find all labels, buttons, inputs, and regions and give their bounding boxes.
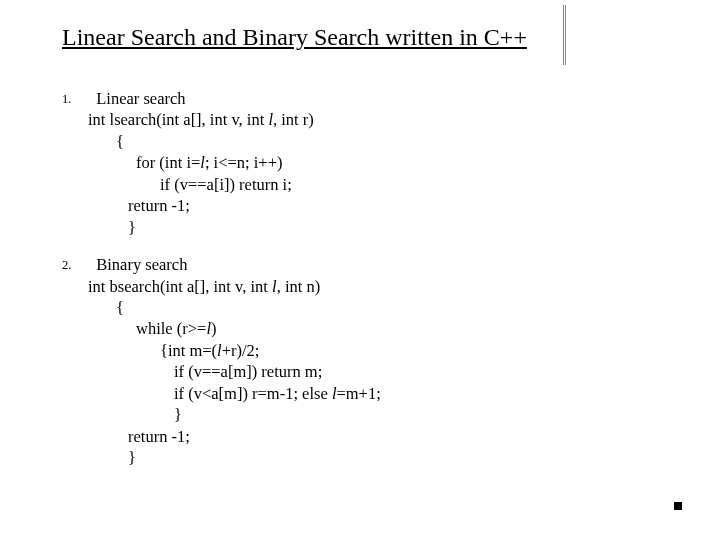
fn-signature: int lsearch(int a[], int v, int l, int r… — [88, 109, 690, 130]
list-item: 1. Linear search int lsearch(int a[], in… — [62, 88, 690, 238]
slide: Linear Search and Binary Search written … — [0, 0, 720, 540]
code-line: while (r>=l) — [136, 318, 690, 339]
brace-open: { — [116, 297, 690, 318]
list-number: 1. — [62, 88, 88, 107]
code-block-linear: Linear search int lsearch(int a[], int v… — [88, 88, 690, 238]
page-title: Linear Search and Binary Search written … — [62, 22, 660, 52]
code-line: for (int i=l; i<=n; i++) — [136, 152, 690, 173]
code-line: if (v<a[m]) r=m-1; else l=m+1; — [174, 383, 690, 404]
slide-marker-icon — [674, 502, 682, 510]
list-number: 2. — [62, 254, 88, 273]
body: 1. Linear search int lsearch(int a[], in… — [62, 88, 690, 484]
code-line: if (v==a[i]) return i; — [160, 174, 690, 195]
code-line: if (v==a[m]) return m; — [174, 361, 690, 382]
code-line: {int m=(l+r)/2; — [160, 340, 690, 361]
brace-close: } — [128, 217, 690, 238]
list-item: 2. Binary search int bsearch(int a[], in… — [62, 254, 690, 468]
brace-open: { — [116, 131, 690, 152]
heading: Binary search — [88, 254, 690, 275]
brace-close: } — [128, 447, 690, 468]
code-line: return -1; — [128, 195, 690, 216]
code-line: return -1; — [128, 426, 690, 447]
heading: Linear search — [88, 88, 690, 109]
code-line: } — [174, 404, 690, 425]
code-block-binary: Binary search int bsearch(int a[], int v… — [88, 254, 690, 468]
fn-signature: int bsearch(int a[], int v, int l, int n… — [88, 276, 690, 297]
